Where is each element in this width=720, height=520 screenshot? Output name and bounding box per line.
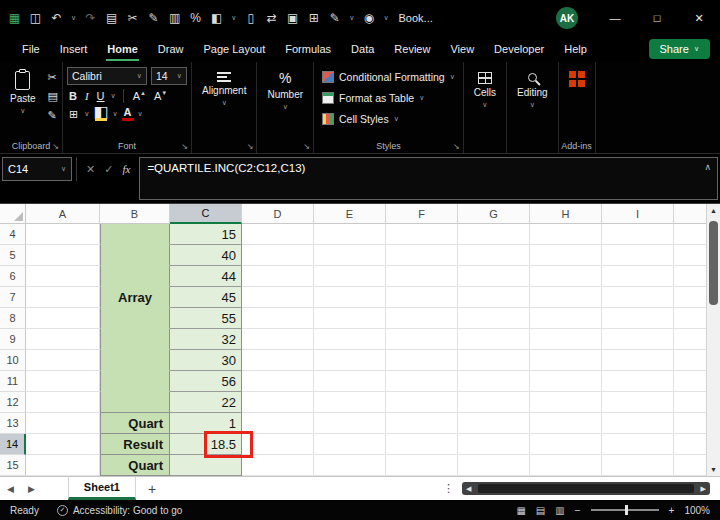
row-header[interactable]: 12 (0, 392, 26, 413)
tab-formulas[interactable]: Formulas (275, 37, 341, 61)
minimize-button[interactable]: — (594, 0, 636, 36)
italic-button[interactable]: I (83, 90, 91, 102)
empty-cells[interactable] (242, 266, 720, 287)
cell-a7[interactable] (26, 287, 100, 308)
percent-icon[interactable]: % (189, 11, 202, 25)
font-dialog-launcher-icon[interactable]: ↘ (181, 142, 188, 151)
tab-page-layout[interactable]: Page Layout (193, 37, 275, 61)
ink-pen-icon[interactable]: ✎ (328, 11, 341, 25)
clipboard-dialog-launcher-icon[interactable]: ↘ (52, 142, 59, 151)
tab-help[interactable]: Help (554, 37, 597, 61)
vertical-scrollbar-thumb[interactable] (709, 221, 718, 305)
addins-button[interactable] (563, 67, 591, 89)
cell-a10[interactable] (26, 350, 100, 371)
zoom-percentage[interactable]: 100% (684, 505, 710, 516)
tab-data[interactable]: Data (341, 37, 384, 61)
tab-insert[interactable]: Insert (50, 37, 98, 61)
cell-b7-array-label[interactable]: Array (100, 287, 170, 308)
font-color-button[interactable]: A (122, 107, 134, 121)
add-sheet-button[interactable]: + (136, 481, 168, 497)
row-header[interactable]: 11 (0, 371, 26, 392)
cell-a14[interactable] (26, 434, 100, 455)
cell-b6[interactable] (100, 266, 170, 287)
cell-b4[interactable] (100, 224, 170, 245)
insert-function-button[interactable]: fx (122, 163, 130, 175)
row-header[interactable]: 13 (0, 413, 26, 434)
tab-sheet1[interactable]: Sheet1 (68, 477, 136, 500)
column-header-a[interactable]: A (26, 204, 100, 224)
alignment-dialog-launcher-icon[interactable]: ↘ (247, 142, 254, 151)
zoom-out-button[interactable]: − (575, 505, 581, 516)
column-header-i[interactable]: I (602, 204, 674, 224)
scroll-right-icon[interactable]: ▶ (701, 485, 706, 493)
formula-bar-collapse-icon[interactable]: ∧ (704, 162, 711, 172)
cell-b14[interactable]: Result (100, 434, 170, 455)
cell-b9[interactable] (100, 329, 170, 350)
tab-review[interactable]: Review (384, 37, 440, 61)
empty-cells[interactable] (242, 392, 720, 413)
close-button[interactable]: ✕ (678, 0, 720, 36)
copy-icon[interactable]: ▤ (105, 11, 118, 25)
borders-button[interactable]: ⊞ (67, 108, 80, 121)
row-header[interactable]: 9 (0, 329, 26, 350)
cell-c8[interactable]: 55 (170, 308, 242, 329)
column-header-g[interactable]: G (458, 204, 530, 224)
format-as-table-button[interactable]: Format as Table ∨ (318, 88, 459, 107)
underline-chevron-icon[interactable]: ∨ (111, 92, 116, 100)
cell-a13[interactable] (26, 413, 100, 434)
format-painter-button[interactable]: ✎ (48, 109, 58, 122)
new-file-icon[interactable]: ▯ (244, 11, 257, 25)
horizontal-scrollbar[interactable]: ◀ ▶ (462, 482, 710, 495)
page-break-view-icon[interactable]: ▥ (555, 505, 564, 516)
name-box[interactable]: C14 ∨ (2, 157, 72, 181)
zoom-slider-thumb[interactable] (625, 505, 628, 515)
vertical-scrollbar[interactable]: ▲ ▼ (706, 204, 720, 476)
row-header[interactable]: 8 (0, 308, 26, 329)
zoom-slider[interactable] (591, 509, 659, 511)
cell-b5[interactable] (100, 245, 170, 266)
accessibility-status[interactable]: ✓ Accessibility: Good to go (57, 505, 183, 516)
conditional-formatting-button[interactable]: Conditional Formatting ∨ (318, 67, 459, 86)
cell-b15[interactable]: Quart (100, 455, 170, 476)
editing-button[interactable]: Editing ∨ (511, 67, 554, 111)
scroll-down-icon[interactable]: ▼ (710, 466, 717, 473)
paste-icon[interactable]: ▥ (168, 11, 181, 25)
cancel-entry-button[interactable]: ✕ (86, 163, 95, 176)
undo-icon[interactable]: ↶ (50, 11, 63, 25)
cell-c15[interactable] (170, 455, 242, 476)
shrink-font-button[interactable]: A▼ (152, 90, 169, 102)
number-button[interactable]: % Number ∨ (261, 67, 309, 113)
fill-dropdown-chevron-icon[interactable]: ∨ (231, 14, 236, 22)
empty-cells[interactable] (242, 413, 720, 434)
scroll-up-icon[interactable]: ▲ (710, 207, 717, 214)
tab-home[interactable]: Home (97, 37, 148, 61)
column-header-b[interactable]: B (100, 204, 170, 224)
cell-c5[interactable]: 40 (170, 245, 242, 266)
font-size-select[interactable]: 14 ∨ (151, 67, 187, 85)
bold-button[interactable]: B (67, 90, 79, 102)
column-header-f[interactable]: F (386, 204, 458, 224)
save-icon[interactable]: ◫ (29, 11, 42, 25)
cell-b12[interactable] (100, 392, 170, 413)
grow-font-button[interactable]: A▲ (131, 90, 148, 102)
fill-color-button[interactable]: ◧ (93, 107, 108, 121)
fill-color-chevron-icon[interactable]: ∨ (112, 110, 117, 118)
copy-button[interactable]: ▤ (48, 90, 58, 103)
sheet-options-icon[interactable]: ⋮ (443, 482, 454, 495)
maximize-button[interactable]: □ (636, 0, 678, 36)
cut-icon[interactable]: ✂ (126, 11, 139, 25)
switch-windows-icon[interactable]: ⇄ (265, 11, 278, 25)
row-header[interactable]: 6 (0, 266, 26, 287)
formula-input[interactable]: =QUARTILE.INC(C2:C12,C13) ∧ (139, 157, 718, 200)
cell-styles-button[interactable]: Cell Styles ∨ (318, 109, 459, 128)
undo-dropdown-chevron-icon[interactable]: ∨ (71, 14, 76, 22)
cell-c4[interactable]: 15 (170, 224, 242, 245)
record-macro-icon[interactable]: ◉ (362, 11, 375, 25)
row-header[interactable]: 10 (0, 350, 26, 371)
cell-a4[interactable] (26, 224, 100, 245)
row-header[interactable]: 15 (0, 455, 26, 476)
camera-icon[interactable]: ▣ (286, 11, 299, 25)
qat-customize-chevron-icon[interactable]: ∨ (383, 14, 388, 22)
page-layout-view-icon[interactable]: ▤ (536, 505, 545, 516)
column-header-e[interactable]: E (314, 204, 386, 224)
